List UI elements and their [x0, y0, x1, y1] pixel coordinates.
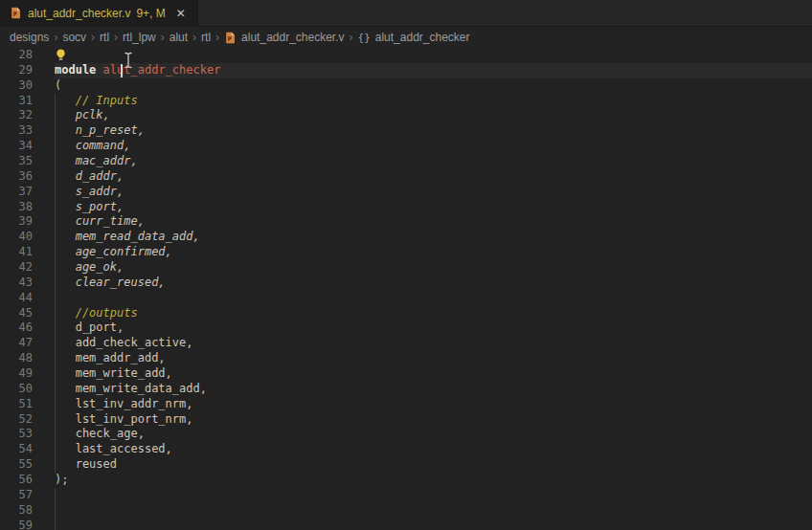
code-token: s_port,: [55, 200, 124, 213]
code-line-30[interactable]: 30(: [0, 78, 812, 94]
line-number[interactable]: 33: [0, 123, 33, 139]
code-line-28[interactable]: 28: [0, 48, 812, 63]
code-token: s_addr,: [55, 185, 124, 198]
code-line-37[interactable]: 37 s_addr,: [0, 185, 812, 200]
code-token: lst_inv_addr_nrm,: [55, 397, 193, 410]
code-line-45[interactable]: 45 //outputs: [0, 306, 812, 321]
line-number[interactable]: 37: [0, 185, 33, 200]
line-number[interactable]: 52: [0, 412, 33, 428]
line-number[interactable]: 50: [0, 382, 33, 397]
tab-status-badges: 9+, M: [136, 7, 165, 20]
code-token: pclk,: [55, 108, 110, 121]
code-line-41[interactable]: 41 age_confirmed,: [0, 245, 812, 260]
code-line-47[interactable]: 47 add_check_active,: [0, 336, 812, 351]
code-lines: 2829module alut_addr_checker30(31 // Inp…: [0, 48, 812, 530]
line-number[interactable]: 48: [0, 351, 33, 366]
line-number[interactable]: 58: [0, 503, 33, 519]
line-number[interactable]: 53: [0, 427, 33, 442]
code-line-54[interactable]: 54 last_accessed,: [0, 442, 812, 457]
code-line-48[interactable]: 48 mem_addr_add,: [0, 351, 812, 366]
breadcrumb-item-designs[interactable]: designs: [10, 31, 49, 44]
breadcrumb-item-alut_addr_checker.v[interactable]: Palut_addr_checker.v: [224, 31, 344, 44]
line-number[interactable]: 46: [0, 320, 33, 336]
code-line-44[interactable]: 44: [0, 291, 812, 306]
line-number[interactable]: 49: [0, 366, 33, 382]
line-number[interactable]: 41: [0, 245, 33, 260]
line-content: age_confirmed,: [55, 245, 812, 260]
breadcrumb-item-socv[interactable]: socv: [62, 31, 86, 44]
code-line-29[interactable]: 29module alut_addr_checker: [0, 63, 812, 78]
line-number[interactable]: 43: [0, 276, 33, 291]
code-line-57[interactable]: 57: [0, 488, 812, 503]
verilog-file-icon: P: [10, 7, 22, 19]
line-number[interactable]: 59: [0, 519, 33, 530]
code-line-50[interactable]: 50 mem_write_data_add,: [0, 382, 812, 397]
code-line-56[interactable]: 56);: [0, 473, 812, 488]
line-number[interactable]: 31: [0, 94, 33, 109]
code-line-39[interactable]: 39 curr_time,: [0, 214, 812, 230]
line-number[interactable]: 36: [0, 169, 33, 185]
code-line-46[interactable]: 46 d_port,: [0, 320, 812, 336]
code-token: command,: [55, 139, 130, 152]
code-line-35[interactable]: 35 mac_addr,: [0, 154, 812, 169]
line-content: [55, 291, 812, 306]
code-token: alut_addr_checker: [103, 63, 221, 77]
breadcrumb-item-alut_addr_checker[interactable]: {}alut_addr_checker: [358, 31, 470, 44]
breadcrumb-separator: ›: [192, 31, 196, 44]
line-content: clear_reused,: [55, 276, 812, 291]
line-number[interactable]: 30: [0, 78, 33, 94]
code-token: // Inputs: [55, 94, 138, 107]
line-number[interactable]: 32: [0, 108, 33, 123]
line-number[interactable]: 47: [0, 336, 33, 351]
code-line-55[interactable]: 55 reused: [0, 457, 812, 473]
lightbulb-icon[interactable]: [56, 49, 66, 61]
code-line-34[interactable]: 34 command,: [0, 139, 812, 154]
code-line-40[interactable]: 40 mem_read_data_add,: [0, 230, 812, 245]
line-number[interactable]: 54: [0, 442, 33, 457]
line-number[interactable]: 38: [0, 200, 33, 215]
code-token: last_accessed,: [55, 442, 172, 455]
line-content: mem_write_data_add,: [55, 382, 812, 397]
line-number[interactable]: 39: [0, 214, 33, 230]
code-token: curr_time,: [55, 214, 145, 228]
breadcrumb-item-rtl_lpw[interactable]: rtl_lpw: [123, 31, 156, 44]
breadcrumb-item-rtl[interactable]: rtl: [100, 31, 109, 44]
code-line-42[interactable]: 42 age_ok,: [0, 260, 812, 276]
line-number[interactable]: 34: [0, 139, 33, 154]
line-number[interactable]: 29: [0, 63, 33, 78]
line-number[interactable]: 57: [0, 488, 33, 503]
code-line-38[interactable]: 38 s_port,: [0, 200, 812, 215]
tab-alut-addr-checker[interactable]: P alut_addr_checker.v 9+, M ✕: [0, 0, 198, 26]
line-number[interactable]: 55: [0, 457, 33, 473]
code-line-43[interactable]: 43 clear_reused,: [0, 276, 812, 291]
line-number[interactable]: 28: [0, 48, 33, 63]
code-line-51[interactable]: 51 lst_inv_addr_nrm,: [0, 397, 812, 412]
code-line-53[interactable]: 53 check_age,: [0, 427, 812, 442]
close-icon[interactable]: ✕: [173, 6, 189, 21]
code-area[interactable]: 2829module alut_addr_checker30(31 // Inp…: [0, 48, 812, 530]
line-number[interactable]: 35: [0, 154, 33, 169]
breadcrumb-label: alut: [169, 31, 188, 44]
line-number[interactable]: 44: [0, 291, 33, 306]
code-line-36[interactable]: 36 d_addr,: [0, 169, 812, 185]
code-line-33[interactable]: 33 n_p_reset,: [0, 123, 812, 139]
line-number[interactable]: 56: [0, 473, 33, 488]
code-line-32[interactable]: 32 pclk,: [0, 108, 812, 123]
breadcrumb-item-alut[interactable]: alut: [169, 31, 188, 44]
code-token: module: [55, 63, 103, 77]
code-token: //outputs: [55, 306, 138, 320]
code-line-58[interactable]: 58: [0, 503, 812, 519]
line-number[interactable]: 42: [0, 260, 33, 276]
code-line-31[interactable]: 31 // Inputs: [0, 94, 812, 109]
line-number[interactable]: 51: [0, 397, 33, 412]
breadcrumb: designs›socv›rtl›rtl_lpw›alut›rtl›Palut_…: [0, 27, 812, 48]
code-line-59[interactable]: 59: [0, 519, 812, 530]
code-line-49[interactable]: 49 mem_write_add,: [0, 366, 812, 382]
code-token: (: [55, 78, 61, 92]
breadcrumb-item-rtl[interactable]: rtl: [201, 31, 211, 44]
code-line-52[interactable]: 52 lst_inv_port_nrm,: [0, 412, 812, 428]
line-number[interactable]: 45: [0, 306, 33, 321]
breadcrumb-separator: ›: [161, 31, 165, 44]
breadcrumb-label: alut_addr_checker.v: [241, 31, 344, 44]
line-number[interactable]: 40: [0, 230, 33, 245]
